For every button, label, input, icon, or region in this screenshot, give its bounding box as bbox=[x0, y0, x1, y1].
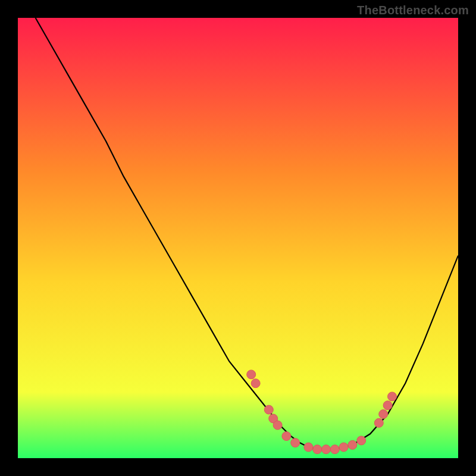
attribution-text: TheBottleneck.com bbox=[357, 4, 469, 17]
curve-marker bbox=[291, 439, 300, 447]
curve-marker bbox=[339, 443, 348, 452]
curve-marker bbox=[348, 440, 357, 449]
curve-marker bbox=[374, 418, 383, 427]
curve-marker bbox=[322, 445, 331, 454]
curve-marker bbox=[304, 443, 313, 452]
curve-marker bbox=[247, 370, 256, 379]
curve-marker bbox=[313, 445, 322, 454]
curve-marker bbox=[383, 401, 392, 410]
bottleneck-chart bbox=[18, 18, 458, 458]
curve-marker bbox=[379, 410, 388, 419]
curve-marker bbox=[357, 436, 366, 445]
chart-frame bbox=[18, 18, 458, 458]
curve-marker bbox=[388, 392, 397, 401]
curve-marker bbox=[330, 445, 339, 454]
curve-marker bbox=[282, 432, 291, 441]
curve-marker bbox=[273, 421, 282, 430]
curve-marker bbox=[251, 379, 260, 388]
curve-marker bbox=[264, 405, 273, 414]
